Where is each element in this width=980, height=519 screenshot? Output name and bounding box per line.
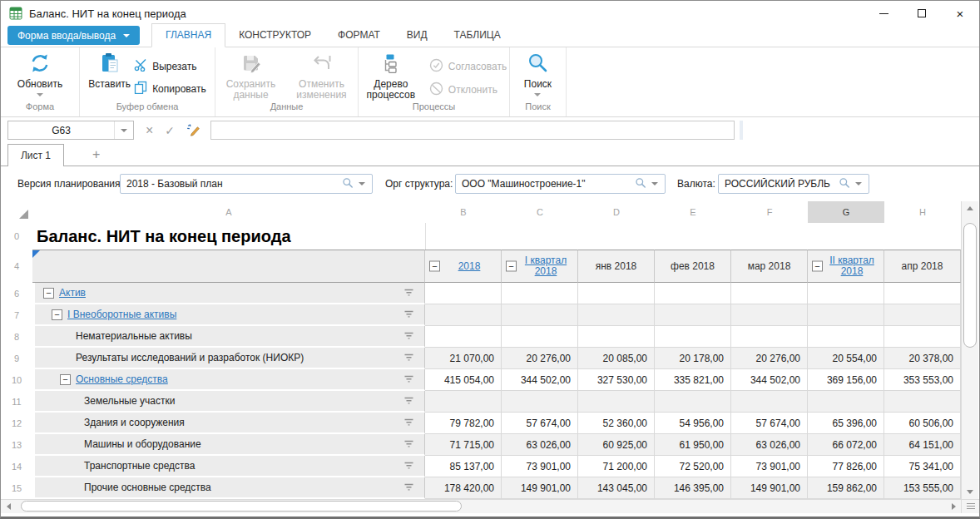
formula-icon[interactable] [186,123,200,137]
value-cell[interactable] [655,304,731,326]
period-header-label[interactable]: 2018 [458,261,481,272]
vertical-scroll-thumb[interactable] [963,223,977,348]
value-cell[interactable]: 146 395,00 [655,477,731,499]
collapse-icon[interactable]: − [429,261,440,272]
row-header-6[interactable]: 6 [1,283,32,304]
vertical-scrollbar[interactable] [961,201,978,499]
row-label-cell[interactable]: Транспортные средства [32,456,425,477]
column-header-E[interactable]: E [655,201,731,223]
save-data-button[interactable]: Сохранить данные [222,52,280,101]
value-cell[interactable]: 60 506,00 [884,413,961,434]
period-header-cell[interactable]: −I квартал 2018 [502,250,578,283]
value-cell[interactable] [808,283,884,304]
value-cell[interactable]: 143 045,00 [578,477,655,499]
value-cell[interactable]: 344 502,00 [731,369,808,391]
close-button[interactable]: × [941,1,979,26]
row-header-15[interactable]: 15 [1,477,32,499]
value-cell[interactable] [731,326,808,348]
value-cell[interactable] [425,283,502,304]
row-header-13[interactable]: 13 [1,434,32,456]
filter-funnel-icon[interactable] [403,310,414,319]
value-cell[interactable]: 72 520,00 [655,456,731,477]
tab-vid[interactable]: ВИД [393,24,441,47]
value-cell[interactable]: 344 502,00 [502,369,578,391]
currency-filter-field[interactable]: РОССИЙСКИЙ РУБЛЬ [718,174,869,194]
maximize-button[interactable] [903,1,941,26]
filter-funnel-icon[interactable] [403,332,414,341]
filter-funnel-icon[interactable] [403,397,414,406]
value-cell[interactable] [502,391,578,413]
row-label-cell[interactable]: Нематериальные активы [32,326,425,348]
value-cell[interactable]: 65 396,00 [808,413,884,434]
filter-funnel-icon[interactable] [403,483,414,492]
undo-changes-button[interactable]: Отменить изменения [292,52,352,101]
cell-name-box[interactable]: G63 [7,121,134,140]
row-label[interactable]: Актив [59,287,86,299]
confirm-entry-icon[interactable]: ✓ [165,124,175,137]
horizontal-scroll-track[interactable] [16,500,946,513]
filter-funnel-icon[interactable] [403,440,414,449]
process-tree-button[interactable]: Дерево процессов [361,52,421,101]
value-cell[interactable]: 77 826,00 [808,456,884,477]
horizontal-scroll-thumb[interactable] [21,501,462,512]
search-icon[interactable] [342,177,354,191]
period-header-label[interactable]: II квартал 2018 [824,255,879,277]
value-cell[interactable]: 20 276,00 [502,348,578,369]
form-io-menu-button[interactable]: Форма ввода/вывода [7,26,140,45]
row-label[interactable]: Основные средства [76,373,168,385]
column-header-F[interactable]: F [731,201,808,223]
value-cell[interactable]: 63 026,00 [731,434,808,456]
filter-funnel-icon[interactable] [403,289,414,298]
value-cell[interactable] [425,304,502,326]
value-cell[interactable]: 79 782,00 [425,413,502,434]
value-cell[interactable] [655,283,731,304]
tab-tablitsa[interactable]: ТАБЛИЦА [441,24,514,47]
horizontal-scrollbar[interactable] [1,499,979,513]
row-label-cell[interactable]: −I Внеоборотные активы [32,304,425,326]
value-cell[interactable]: 61 950,00 [655,434,731,456]
cut-button[interactable]: Вырезать [134,58,196,74]
vertical-scroll-track[interactable] [962,215,978,485]
approve-button[interactable]: Согласовать [429,58,507,75]
row-header-10[interactable]: 10 [1,369,32,391]
row-header-4[interactable]: 4 [1,250,32,283]
value-cell[interactable] [808,304,884,326]
collapse-icon[interactable]: − [812,261,823,272]
period-header-cell[interactable]: апр 2018 [884,250,961,283]
value-cell[interactable] [808,391,884,413]
value-cell[interactable]: 57 674,00 [731,413,808,434]
scroll-left-button[interactable] [1,500,16,513]
empty-cells[interactable] [425,223,961,250]
value-cell[interactable]: 369 156,00 [808,369,884,391]
value-cell[interactable] [502,326,578,348]
value-cell[interactable]: 73 901,00 [731,456,808,477]
value-cell[interactable]: 21 070,00 [425,348,502,369]
period-header-cell[interactable]: −II квартал 2018 [808,250,884,283]
row-label-cell[interactable]: Прочие основные средства [32,477,425,499]
value-cell[interactable]: 353 553,00 [884,369,961,391]
period-header-cell[interactable]: мар 2018 [731,250,808,283]
row-label[interactable]: I Внеоборотные активы [67,309,176,320]
value-cell[interactable]: 20 276,00 [731,348,808,369]
filter-funnel-icon[interactable] [403,353,414,363]
value-cell[interactable] [655,326,731,348]
value-cell[interactable]: 149 901,00 [731,477,808,499]
collapse-icon[interactable]: − [506,261,517,272]
cancel-entry-icon[interactable]: × [146,124,153,137]
value-cell[interactable]: 20 554,00 [808,348,884,369]
row-label-cell[interactable]: Земельные участки [32,391,425,413]
column-header-A[interactable]: A [32,201,425,223]
value-cell[interactable] [502,304,578,326]
value-cell[interactable] [884,283,961,304]
value-cell[interactable] [808,326,884,348]
copy-button[interactable]: Копировать [134,81,206,96]
row-header-7[interactable]: 7 [1,304,32,326]
value-cell[interactable]: 71 715,00 [425,434,502,456]
cell-a4[interactable] [32,250,425,283]
minimize-button[interactable] [864,1,903,26]
row-header-11[interactable]: 11 [1,391,32,413]
scroll-right-button[interactable] [946,500,961,513]
filter-funnel-icon[interactable] [403,462,414,471]
value-cell[interactable]: 85 137,00 [425,456,502,477]
value-cell[interactable] [578,326,655,348]
